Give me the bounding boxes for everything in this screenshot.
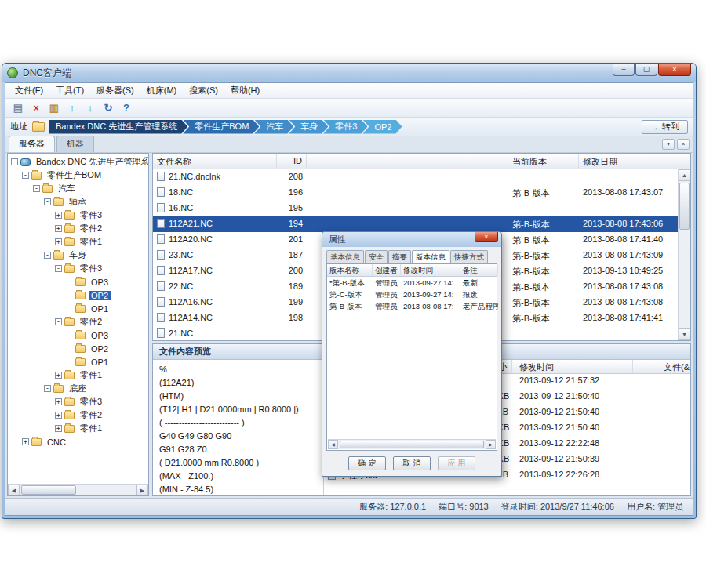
tree-node[interactable]: + 零件1 — [8, 235, 148, 249]
tree-node[interactable]: OP1 — [8, 302, 148, 315]
minimize-button[interactable]: – — [613, 64, 635, 76]
dialog-title-bar[interactable]: 属性 × — [322, 232, 501, 247]
dialog-tab[interactable]: 安全 — [365, 250, 388, 264]
version-row[interactable]: 第-C-版本 管理员 2013-09-27 14: 报废 — [327, 289, 497, 300]
file-row[interactable]: 21.NC.dnclnk 208 — [153, 169, 678, 185]
menu-item[interactable]: 帮助(H) — [224, 83, 266, 98]
apply-button[interactable]: 应 用 — [438, 456, 475, 470]
file-row[interactable]: 16.NC 195 — [153, 201, 678, 216]
tree-node[interactable]: - 车身 — [8, 249, 148, 262]
dialog-tab[interactable]: 版本信息 — [412, 250, 449, 264]
tree-node[interactable]: - 轴承 — [8, 195, 148, 209]
column-header-version-name[interactable]: 版本名称 — [327, 264, 373, 276]
tree-node[interactable]: OP2 — [8, 289, 148, 302]
scroll-thumb[interactable] — [340, 441, 484, 448]
notes-icon[interactable]: ▤ — [10, 100, 26, 116]
tree-toggle[interactable]: - — [44, 198, 51, 205]
help-icon[interactable]: ? — [118, 100, 134, 116]
tree-toggle[interactable]: - — [33, 185, 40, 192]
column-header-filename[interactable]: 文件名称 — [153, 154, 277, 169]
address-folder-icon[interactable] — [32, 122, 45, 132]
tree-toggle[interactable]: - — [55, 318, 62, 325]
menu-item[interactable]: 机床(M) — [140, 83, 184, 98]
breadcrumb-segment[interactable]: 汽车 — [254, 120, 293, 134]
upload-icon[interactable]: ↑ — [64, 100, 80, 116]
menu-item[interactable]: 文件(F) — [9, 83, 49, 98]
breadcrumb-segment[interactable]: 零件3 — [323, 120, 367, 134]
dialog-horizontal-scrollbar[interactable]: ◀ ▶ — [328, 439, 496, 449]
column-header-note[interactable]: 备注 — [460, 264, 498, 276]
tree-node[interactable]: + 零件2 — [8, 222, 148, 235]
column-header-id[interactable]: ID — [277, 154, 307, 169]
tree-node[interactable]: - 零件生产BOM — [8, 169, 148, 182]
tree-node[interactable]: + 零件2 — [8, 408, 148, 422]
scroll-up-icon[interactable]: ▲ — [679, 169, 690, 181]
tree-toggle[interactable]: - — [11, 158, 18, 165]
column-header-date[interactable]: 修改日期 — [579, 154, 693, 169]
scroll-thumb[interactable] — [679, 183, 690, 230]
tree-node[interactable]: - 零件2 — [8, 315, 148, 328]
scroll-right-icon[interactable]: ▶ — [486, 440, 496, 449]
tree-node[interactable]: + CNC — [8, 435, 148, 448]
panel-menu-button[interactable]: ▾ — [662, 139, 675, 150]
view-tab[interactable]: 机器 — [56, 136, 94, 152]
tree-node[interactable]: - 零件3 — [8, 262, 148, 275]
tree-node[interactable]: - 底座 — [8, 382, 148, 395]
file-row[interactable]: 112A21.NC 194 第-B-版本 2013-08-08 17:43:06 — [153, 216, 678, 232]
title-bar[interactable]: DNC客户端 –▢× — [2, 64, 696, 82]
ok-button[interactable]: 确 定 — [348, 456, 386, 470]
scroll-thumb[interactable] — [21, 485, 76, 495]
tree-toggle[interactable]: + — [55, 238, 62, 245]
scroll-right-icon[interactable]: ▶ — [136, 485, 148, 495]
column-header-modified-time[interactable]: 修改时间 — [401, 264, 460, 276]
tree-toggle[interactable]: - — [44, 385, 51, 392]
menu-item[interactable]: 搜索(S) — [183, 83, 224, 98]
download-icon[interactable]: ↓ — [82, 100, 98, 116]
maximize-button[interactable]: ▢ — [635, 64, 657, 76]
column-header-file[interactable]: 文件(& — [660, 360, 690, 373]
refresh-icon[interactable]: ↻ — [100, 100, 116, 116]
view-tab[interactable]: 服务器 — [9, 136, 55, 152]
column-header-version[interactable]: 当前版本 — [508, 154, 579, 169]
tree-toggle[interactable]: + — [55, 212, 62, 219]
column-header-creator[interactable]: 创建者 — [373, 264, 401, 276]
tree-node[interactable]: + 零件1 — [8, 422, 148, 435]
scroll-left-icon[interactable]: ◀ — [8, 485, 20, 495]
file-row[interactable]: 18.NC 196 第-B-版本 2013-08-08 17:43:07 — [153, 185, 678, 201]
breadcrumb-segment[interactable]: 零件生产BOM — [183, 120, 259, 134]
dialog-tab[interactable]: 基本信息 — [326, 250, 364, 264]
breadcrumb-segment[interactable]: Bandex DNC 先进生产管理系统 — [49, 120, 187, 134]
tree-node[interactable]: + 零件3 — [8, 395, 148, 408]
tree-horizontal-scrollbar[interactable]: ◀ ▶ — [8, 484, 148, 495]
column-header-modified[interactable]: 修改时间 — [515, 360, 633, 373]
dialog-close-button[interactable]: × — [475, 232, 498, 242]
tree-toggle[interactable]: + — [22, 438, 29, 445]
menu-item[interactable]: 工具(T) — [49, 83, 90, 98]
tree-toggle[interactable]: + — [55, 412, 62, 419]
tree-node[interactable]: + 零件1 — [8, 368, 148, 382]
tree-node[interactable]: - 汽车 — [8, 182, 148, 195]
tree-toggle[interactable]: - — [44, 252, 51, 259]
tree-toggle[interactable]: + — [55, 225, 62, 232]
menu-item[interactable]: 服务器(S) — [90, 83, 140, 98]
tree-toggle[interactable]: + — [55, 425, 62, 432]
panel-close-button[interactable]: × — [677, 139, 690, 150]
dialog-tab[interactable]: 快捷方式 — [450, 250, 488, 264]
document-icon[interactable]: ▥ — [46, 100, 62, 116]
close-button[interactable]: × — [658, 64, 691, 76]
scroll-down-icon[interactable]: ▼ — [679, 328, 690, 340]
version-row[interactable]: *第-B-版本 管理员 2013-09-27 14: 最新 — [327, 277, 497, 289]
tree-toggle[interactable]: + — [55, 398, 62, 405]
scroll-left-icon[interactable]: ◀ — [328, 440, 338, 449]
go-button[interactable]: → 转到 — [642, 120, 688, 134]
cancel-button[interactable]: 取 消 — [393, 456, 431, 470]
tree-toggle[interactable]: - — [55, 265, 62, 272]
tree-node[interactable]: OP3 — [8, 328, 148, 342]
file-list-scrollbar[interactable]: ▲ ▼ — [678, 169, 690, 340]
tree-node[interactable]: - Bandex DNC 先进生产管理系统 — [8, 155, 148, 169]
tree-node[interactable]: OP2 — [8, 342, 148, 355]
tree-toggle[interactable]: + — [55, 372, 62, 379]
delete-icon[interactable]: × — [28, 100, 44, 116]
dialog-tab[interactable]: 摘要 — [388, 250, 411, 264]
tree-toggle[interactable]: - — [22, 172, 29, 179]
